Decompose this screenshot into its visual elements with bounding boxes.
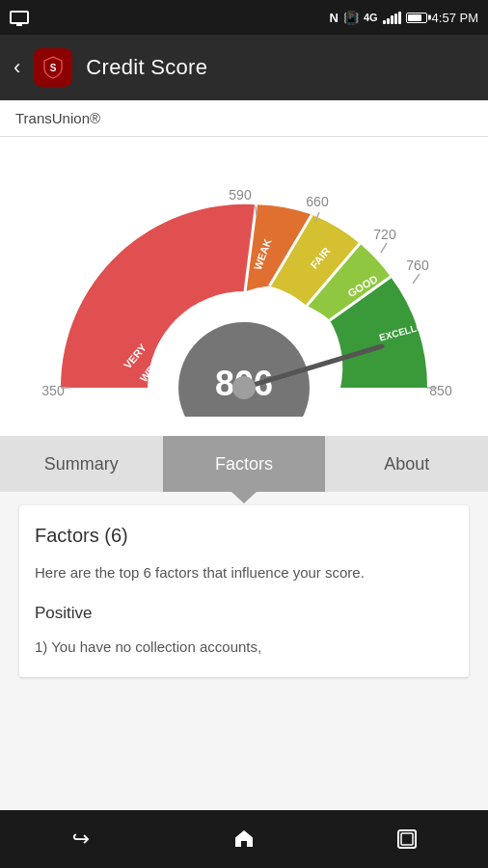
back-nav-icon: ↩ bbox=[72, 827, 90, 852]
recent-nav-button[interactable] bbox=[383, 820, 431, 858]
content-title: Factors (6) bbox=[35, 525, 453, 547]
nfc-icon: N bbox=[330, 11, 339, 25]
svg-text:760: 760 bbox=[406, 258, 429, 273]
content-card: Factors (6) Here are the top 6 factors t… bbox=[19, 505, 469, 677]
tab-about-label: About bbox=[384, 454, 429, 475]
tab-summary-label: Summary bbox=[44, 454, 119, 475]
bottom-nav: ↩ bbox=[0, 810, 488, 868]
tab-factors-label: Factors bbox=[215, 454, 273, 475]
svg-line-22 bbox=[256, 206, 257, 216]
tab-summary[interactable]: Summary bbox=[0, 436, 163, 492]
content-wrapper: Factors (6) Here are the top 6 factors t… bbox=[0, 505, 488, 677]
svg-text:720: 720 bbox=[373, 227, 396, 242]
tab-about[interactable]: About bbox=[325, 436, 488, 492]
battery-indicator bbox=[406, 13, 427, 23]
svg-point-8 bbox=[232, 376, 256, 399]
svg-line-24 bbox=[381, 243, 387, 253]
factor-item-1: 1) You have no collection accounts, bbox=[35, 637, 453, 659]
home-icon bbox=[232, 827, 256, 851]
gauge-container: 806 VERY WEAK WEAK FAIR GOOD EXCELLENT 3… bbox=[13, 147, 475, 417]
svg-text:590: 590 bbox=[229, 187, 252, 203]
signal-bars bbox=[383, 11, 401, 24]
app-icon: S bbox=[34, 48, 72, 87]
svg-text:S: S bbox=[50, 63, 57, 73]
gauge-section: 806 VERY WEAK WEAK FAIR GOOD EXCELLENT 3… bbox=[0, 137, 488, 436]
provider-bar: TransUnion® bbox=[0, 100, 488, 137]
screen-icon bbox=[10, 11, 29, 24]
back-nav-button[interactable]: ↩ bbox=[57, 820, 105, 858]
svg-text:850: 850 bbox=[429, 383, 452, 398]
svg-text:350: 350 bbox=[41, 383, 65, 398]
tab-factors[interactable]: Factors bbox=[163, 436, 326, 492]
recent-icon bbox=[396, 828, 418, 850]
status-right: N 📳 4G 4:57 PM bbox=[330, 11, 479, 25]
status-left bbox=[10, 11, 29, 24]
vibrate-icon: 📳 bbox=[343, 11, 359, 25]
time-display: 4:57 PM bbox=[432, 11, 478, 25]
back-button[interactable]: ‹ bbox=[14, 55, 20, 80]
status-bar: N 📳 4G 4:57 PM bbox=[0, 0, 488, 35]
network-4g: 4G bbox=[364, 12, 378, 23]
svg-text:660: 660 bbox=[306, 194, 329, 209]
app-bar: ‹ S Credit Score bbox=[0, 35, 488, 100]
svg-rect-28 bbox=[401, 833, 413, 845]
content-description: Here are the top 6 factors that influenc… bbox=[35, 562, 453, 584]
section-positive: Positive bbox=[35, 604, 453, 623]
provider-name: TransUnion® bbox=[15, 110, 100, 126]
page-title: Credit Score bbox=[86, 55, 207, 80]
svg-line-25 bbox=[413, 274, 420, 284]
home-nav-button[interactable] bbox=[220, 820, 268, 858]
tab-bar: Summary Factors About bbox=[0, 436, 488, 492]
